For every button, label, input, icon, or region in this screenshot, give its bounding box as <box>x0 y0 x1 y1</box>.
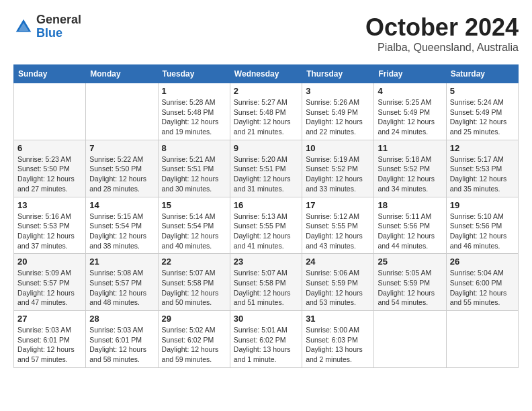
day-info: Sunrise: 5:01 AM Sunset: 6:02 PM Dayligh… <box>234 325 298 365</box>
day-number: 16 <box>234 200 298 210</box>
day-number: 22 <box>162 257 226 267</box>
calendar-week-row: 1Sunrise: 5:28 AM Sunset: 5:48 PM Daylig… <box>14 83 519 140</box>
day-info: Sunrise: 5:05 AM Sunset: 5:59 PM Dayligh… <box>378 268 442 308</box>
calendar-week-row: 27Sunrise: 5:03 AM Sunset: 6:01 PM Dayli… <box>14 311 519 368</box>
calendar-cell: 15Sunrise: 5:14 AM Sunset: 5:54 PM Dayli… <box>158 197 230 254</box>
calendar-cell: 30Sunrise: 5:01 AM Sunset: 6:02 PM Dayli… <box>230 311 302 368</box>
calendar-cell: 16Sunrise: 5:13 AM Sunset: 5:55 PM Dayli… <box>230 197 302 254</box>
calendar-cell: 9Sunrise: 5:20 AM Sunset: 5:51 PM Daylig… <box>230 140 302 197</box>
day-number: 14 <box>89 200 154 210</box>
day-info: Sunrise: 5:23 AM Sunset: 5:50 PM Dayligh… <box>17 154 82 194</box>
day-info: Sunrise: 5:07 AM Sunset: 5:58 PM Dayligh… <box>234 268 298 308</box>
calendar-week-row: 20Sunrise: 5:09 AM Sunset: 5:57 PM Dayli… <box>14 254 519 311</box>
calendar-cell: 13Sunrise: 5:16 AM Sunset: 5:53 PM Dayli… <box>14 197 86 254</box>
day-number: 27 <box>17 314 82 324</box>
day-number: 3 <box>306 86 370 96</box>
day-number: 15 <box>162 200 226 210</box>
calendar-cell: 21Sunrise: 5:08 AM Sunset: 5:57 PM Dayli… <box>86 254 158 311</box>
day-number: 24 <box>306 257 370 267</box>
day-info: Sunrise: 5:12 AM Sunset: 5:55 PM Dayligh… <box>306 212 370 251</box>
weekday-header: Sunday <box>14 65 86 83</box>
day-number: 30 <box>234 314 298 324</box>
day-info: Sunrise: 5:15 AM Sunset: 5:54 PM Dayligh… <box>89 212 154 251</box>
day-number: 5 <box>450 86 515 96</box>
day-info: Sunrise: 5:19 AM Sunset: 5:52 PM Dayligh… <box>306 154 370 194</box>
calendar-cell <box>14 83 86 140</box>
day-number: 31 <box>306 314 370 324</box>
day-info: Sunrise: 5:13 AM Sunset: 5:55 PM Dayligh… <box>234 212 298 251</box>
calendar-week-row: 6Sunrise: 5:23 AM Sunset: 5:50 PM Daylig… <box>14 140 519 197</box>
month-year-title: October 2024 <box>365 13 519 42</box>
calendar-cell: 6Sunrise: 5:23 AM Sunset: 5:50 PM Daylig… <box>14 140 86 197</box>
day-number: 20 <box>17 257 82 267</box>
calendar-cell: 7Sunrise: 5:22 AM Sunset: 5:50 PM Daylig… <box>86 140 158 197</box>
day-number: 18 <box>378 200 442 210</box>
day-number: 10 <box>306 143 370 153</box>
logo: General Blue <box>13 13 81 40</box>
day-number: 21 <box>89 257 154 267</box>
page-header: General Blue October 2024 Pialba, Queens… <box>13 13 519 54</box>
calendar-cell: 27Sunrise: 5:03 AM Sunset: 6:01 PM Dayli… <box>14 311 86 368</box>
weekday-header: Saturday <box>446 65 518 83</box>
day-number: 13 <box>17 200 82 210</box>
day-info: Sunrise: 5:00 AM Sunset: 6:03 PM Dayligh… <box>306 325 370 365</box>
logo-blue: Blue <box>36 27 81 40</box>
weekday-header: Wednesday <box>230 65 302 83</box>
day-number: 2 <box>234 86 298 96</box>
day-number: 8 <box>162 143 226 153</box>
weekday-header: Monday <box>86 65 158 83</box>
day-number: 25 <box>378 257 442 267</box>
calendar-cell: 31Sunrise: 5:00 AM Sunset: 6:03 PM Dayli… <box>302 311 374 368</box>
day-number: 6 <box>17 143 82 153</box>
day-info: Sunrise: 5:18 AM Sunset: 5:52 PM Dayligh… <box>378 154 442 194</box>
day-number: 19 <box>450 200 515 210</box>
day-info: Sunrise: 5:22 AM Sunset: 5:50 PM Dayligh… <box>89 154 154 194</box>
day-number: 23 <box>234 257 298 267</box>
calendar-cell: 5Sunrise: 5:24 AM Sunset: 5:49 PM Daylig… <box>446 83 518 140</box>
day-number: 4 <box>378 86 442 96</box>
day-info: Sunrise: 5:06 AM Sunset: 5:59 PM Dayligh… <box>306 268 370 308</box>
calendar-cell: 4Sunrise: 5:25 AM Sunset: 5:49 PM Daylig… <box>374 83 446 140</box>
day-info: Sunrise: 5:16 AM Sunset: 5:53 PM Dayligh… <box>17 212 82 251</box>
day-info: Sunrise: 5:03 AM Sunset: 6:01 PM Dayligh… <box>17 325 82 365</box>
day-info: Sunrise: 5:24 AM Sunset: 5:49 PM Dayligh… <box>450 97 515 137</box>
day-info: Sunrise: 5:25 AM Sunset: 5:49 PM Dayligh… <box>378 97 442 137</box>
day-info: Sunrise: 5:02 AM Sunset: 6:02 PM Dayligh… <box>162 325 226 365</box>
day-number: 28 <box>89 314 154 324</box>
day-info: Sunrise: 5:20 AM Sunset: 5:51 PM Dayligh… <box>234 154 298 194</box>
calendar-cell <box>446 311 518 368</box>
calendar-week-row: 13Sunrise: 5:16 AM Sunset: 5:53 PM Dayli… <box>14 197 519 254</box>
day-info: Sunrise: 5:04 AM Sunset: 6:00 PM Dayligh… <box>450 268 515 308</box>
day-info: Sunrise: 5:17 AM Sunset: 5:53 PM Dayligh… <box>450 154 515 194</box>
calendar-table: SundayMondayTuesdayWednesdayThursdayFrid… <box>13 64 519 368</box>
weekday-header: Thursday <box>302 65 374 83</box>
logo-text: General Blue <box>36 13 81 40</box>
calendar-cell: 19Sunrise: 5:10 AM Sunset: 5:56 PM Dayli… <box>446 197 518 254</box>
calendar-cell: 12Sunrise: 5:17 AM Sunset: 5:53 PM Dayli… <box>446 140 518 197</box>
day-number: 9 <box>234 143 298 153</box>
calendar-cell: 1Sunrise: 5:28 AM Sunset: 5:48 PM Daylig… <box>158 83 230 140</box>
calendar-cell: 28Sunrise: 5:03 AM Sunset: 6:01 PM Dayli… <box>86 311 158 368</box>
day-info: Sunrise: 5:10 AM Sunset: 5:56 PM Dayligh… <box>450 212 515 251</box>
day-info: Sunrise: 5:21 AM Sunset: 5:51 PM Dayligh… <box>162 154 226 194</box>
calendar-cell: 29Sunrise: 5:02 AM Sunset: 6:02 PM Dayli… <box>158 311 230 368</box>
calendar-cell: 2Sunrise: 5:27 AM Sunset: 5:48 PM Daylig… <box>230 83 302 140</box>
day-info: Sunrise: 5:26 AM Sunset: 5:49 PM Dayligh… <box>306 97 370 137</box>
calendar-cell: 26Sunrise: 5:04 AM Sunset: 6:00 PM Dayli… <box>446 254 518 311</box>
day-number: 11 <box>378 143 442 153</box>
calendar-cell: 25Sunrise: 5:05 AM Sunset: 5:59 PM Dayli… <box>374 254 446 311</box>
calendar-cell <box>374 311 446 368</box>
logo-icon <box>13 17 34 37</box>
calendar-cell: 18Sunrise: 5:11 AM Sunset: 5:56 PM Dayli… <box>374 197 446 254</box>
title-block: October 2024 Pialba, Queensland, Austral… <box>365 13 519 54</box>
day-number: 17 <box>306 200 370 210</box>
day-info: Sunrise: 5:11 AM Sunset: 5:56 PM Dayligh… <box>378 212 442 251</box>
calendar-cell: 22Sunrise: 5:07 AM Sunset: 5:58 PM Dayli… <box>158 254 230 311</box>
day-number: 26 <box>450 257 515 267</box>
calendar-cell: 17Sunrise: 5:12 AM Sunset: 5:55 PM Dayli… <box>302 197 374 254</box>
calendar-header-row: SundayMondayTuesdayWednesdayThursdayFrid… <box>14 65 519 83</box>
calendar-cell: 10Sunrise: 5:19 AM Sunset: 5:52 PM Dayli… <box>302 140 374 197</box>
day-number: 29 <box>162 314 226 324</box>
day-info: Sunrise: 5:07 AM Sunset: 5:58 PM Dayligh… <box>162 268 226 308</box>
location-subtitle: Pialba, Queensland, Australia <box>365 42 519 54</box>
